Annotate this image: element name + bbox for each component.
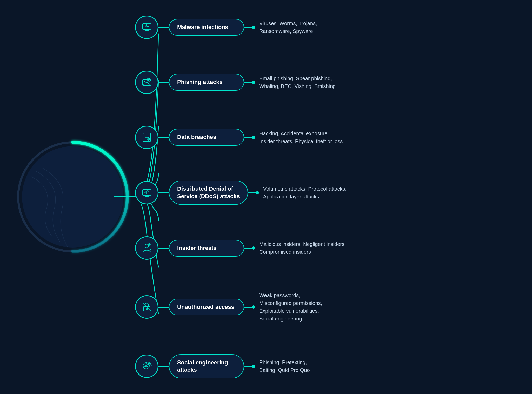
connector-dot — [252, 365, 255, 368]
connector-line — [158, 248, 169, 249]
label-box-unauthorized: Unauthorized access — [169, 299, 244, 316]
label-text-social-engineering: Social engineeringattacks — [177, 359, 228, 373]
icon-malware — [135, 16, 158, 39]
item-row-data-breaches: Data breachesHacking, Accidental exposur… — [135, 126, 516, 149]
connector-to-desc — [244, 82, 252, 83]
connector-dot — [252, 305, 255, 309]
connector-line — [158, 307, 169, 308]
icon-unauthorized — [135, 295, 158, 319]
svg-line-37 — [151, 364, 151, 366]
label-text-phishing: Phishing attacks — [177, 79, 223, 85]
label-box-social-engineering: Social engineeringattacks — [169, 354, 244, 378]
connector-dot — [252, 81, 255, 84]
item-row-malware: Malware infectionsViruses, Worms, Trojan… — [135, 16, 516, 39]
label-box-phishing: Phishing attacks — [169, 74, 244, 91]
icon-social-engineering — [135, 355, 158, 378]
label-text-insider: Insider threats — [177, 245, 217, 251]
description-phishing: Email phishing, Spear phishing,Whaling, … — [259, 75, 336, 90]
svg-point-20 — [148, 190, 149, 191]
connector-dot — [252, 246, 255, 250]
connector-line — [158, 137, 169, 138]
connector-to-desc — [244, 248, 252, 249]
item-row-unauthorized: Unauthorized accessWeak passwords,Miscon… — [135, 291, 516, 323]
description-data-breaches: Hacking, Accidental exposure,Insider thr… — [259, 130, 343, 145]
connector-dot — [252, 136, 255, 139]
svg-point-24 — [145, 244, 149, 248]
label-box-malware: Malware infections — [169, 19, 244, 36]
main-container: Common types of Security Incidents Malwa… — [0, 0, 532, 394]
circle-area: Common types of Security Incidents — [16, 140, 130, 254]
svg-point-5 — [146, 24, 147, 25]
label-text-ddos: Distributed Denial ofService (DDoS) atta… — [177, 185, 240, 199]
connector-to-desc — [244, 137, 252, 138]
svg-rect-17 — [143, 190, 151, 195]
label-text-malware: Malware infections — [177, 24, 228, 30]
item-row-social-engineering: Social engineeringattacksPhishing, Prete… — [135, 354, 516, 378]
svg-point-29 — [146, 308, 148, 310]
circle-title: Security Incidents — [36, 196, 109, 206]
item-row-insider: Insider threatsMalicious insiders, Negli… — [135, 236, 516, 260]
label-box-data-breaches: Data breaches — [169, 129, 244, 146]
connector-to-desc — [244, 307, 252, 308]
label-box-ddos: Distributed Denial ofService (DDoS) atta… — [169, 181, 248, 205]
circle-text: Common types of Security Incidents — [36, 188, 109, 206]
item-row-ddos: Distributed Denial ofService (DDoS) atta… — [135, 181, 516, 205]
description-malware: Viruses, Worms, Trojans,Ransomware, Spyw… — [259, 19, 317, 35]
connector-line — [158, 82, 169, 83]
icon-data-breaches — [135, 126, 158, 149]
connector-to-desc — [244, 366, 252, 367]
icon-insider — [135, 236, 158, 260]
connector-to-desc — [244, 27, 252, 28]
connector-dot — [256, 191, 259, 194]
label-box-insider: Insider threats — [169, 240, 244, 257]
svg-point-33 — [145, 364, 147, 366]
icon-ddos — [135, 181, 158, 204]
description-ddos: Volumetric attacks, Protocol attacks,App… — [263, 185, 347, 201]
description-social-engineering: Phishing, Pretexting,Baiting, Quid Pro Q… — [259, 358, 310, 374]
connector-to-desc — [248, 192, 256, 193]
label-text-unauthorized: Unauthorized access — [177, 304, 234, 310]
connector-line — [158, 192, 169, 193]
items-area: Malware infectionsViruses, Worms, Trojan… — [135, 16, 516, 378]
description-unauthorized: Weak passwords,Misconfigured permissions… — [259, 291, 322, 323]
circle-subtitle: Common types of — [36, 188, 109, 196]
item-row-phishing: Phishing attacksEmail phishing, Spear ph… — [135, 71, 516, 94]
connector-dot — [252, 26, 255, 29]
label-text-data-breaches: Data breaches — [177, 134, 216, 140]
connector-line — [158, 27, 169, 28]
connector-line — [158, 366, 169, 367]
icon-phishing — [135, 71, 158, 94]
description-insider: Malicious insiders, Negligent insiders,C… — [259, 240, 346, 256]
